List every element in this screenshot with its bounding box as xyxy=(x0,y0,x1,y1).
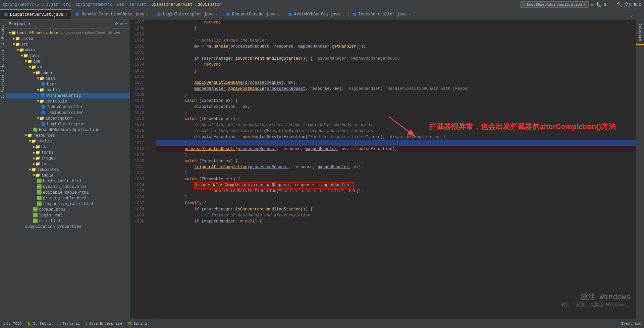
layout-button[interactable]: ⊞ xyxy=(634,2,636,7)
bottom-spring[interactable]: 🌿 Spring xyxy=(127,321,147,326)
tab-close[interactable]: ✕ xyxy=(342,12,344,16)
bottom-terminal[interactable]: ⬛ Terminal xyxy=(56,321,80,326)
settings-icon[interactable]: ⚙ xyxy=(120,21,123,26)
tree-item-resources[interactable]: ▼📁 resources xyxy=(6,133,130,138)
tab-close[interactable]: ✕ xyxy=(216,12,218,16)
code-line-1080: catch (Exception ex) { xyxy=(156,158,636,164)
tab-handlerexecutionchain[interactable]: 🔵 HandlerExecutionChain.java ✕ xyxy=(71,9,153,19)
tree-item-responsive-table[interactable]: 🟩 responsive_table.html xyxy=(6,201,130,207)
build-button[interactable]: 🔨 xyxy=(616,2,622,7)
tab-adminwebconfig[interactable]: 🔵 AdminWebConfig.java ✕ xyxy=(284,9,348,19)
tree-item-editable-table[interactable]: 🟩 editable_table.html xyxy=(6,190,130,195)
tree-item-tablecontroller[interactable]: 🔵 TableController xyxy=(6,110,130,116)
tree-item-css[interactable]: ▶📁 css xyxy=(6,144,130,150)
run-config[interactable]: ▶ Boot05WebAdminApplication ▾ xyxy=(520,1,589,8)
breadcrumb-dispatcher[interactable]: DispatcherServlet xyxy=(151,2,192,7)
tree-item-idea[interactable]: ▶📁 .idea xyxy=(6,36,130,42)
tab-dispatcherservlet[interactable]: 🔵 DispatcherServlet.java ✕ xyxy=(0,9,71,19)
settings-button[interactable]: ⚙ xyxy=(639,2,641,7)
tree-item-root[interactable]: ▼📁 boot-05-web-admin D:\Java\springBoot\… xyxy=(6,30,130,36)
breadcrumb-servlet[interactable]: servlet xyxy=(129,2,146,7)
tab-close[interactable]: ✕ xyxy=(65,13,67,17)
tab-requestfacade[interactable]: 🔵 RequestFacade.java ✕ xyxy=(222,9,284,19)
tree-item-config[interactable]: ▼📁 config xyxy=(6,87,130,93)
tree-item-user[interactable]: 🔵 User xyxy=(6,81,130,87)
tree-item-interceptor[interactable]: ▼📁 interceptor xyxy=(6,116,130,121)
tree-label-user: User xyxy=(47,82,57,87)
sidebar-dropdown[interactable]: ▾ xyxy=(28,21,31,26)
tree-item-dynamic-table[interactable]: 🟩 dynamic_table.html xyxy=(6,184,130,190)
tree-item-common[interactable]: 🟩 common.html xyxy=(6,207,130,212)
tree-item-com[interactable]: ▼📁 com xyxy=(6,59,130,64)
tree-label-adminwebconfig: AdminWebConfig xyxy=(47,93,81,98)
bottom-debug[interactable]: 🐛 5: Debug xyxy=(27,321,51,326)
tab-icon: 🔵 xyxy=(4,13,8,17)
tab-close[interactable]: ✕ xyxy=(147,12,149,16)
terminal-icon: ⬛ xyxy=(56,321,61,326)
run-button[interactable]: ▶ xyxy=(591,2,594,7)
tree-item-mainha[interactable]: 🟩 main.html xyxy=(6,218,130,224)
top-bar: spring-webmvc-5.3.2.jar › org › springfr… xyxy=(0,0,644,9)
tree-item-login[interactable]: 🟩 login.html xyxy=(6,212,130,218)
tree-item-application-properties[interactable]: ⚙ application.properties xyxy=(6,224,130,229)
stop-button[interactable]: ⬛ xyxy=(609,2,614,7)
breadcrumb-dodispatch[interactable]: doDispatch xyxy=(198,2,222,7)
code-line-1082: } xyxy=(156,170,636,176)
folder-icon: ▼📁 xyxy=(17,48,24,53)
tree-item-admin[interactable]: ▼📁 admin xyxy=(6,70,130,76)
folder-icon: ▼📁 xyxy=(21,53,28,58)
tree-item-pricing-table[interactable]: 🟩 pricing_table.html xyxy=(6,195,130,201)
sync-icon[interactable]: ⟳ xyxy=(115,21,118,26)
run-config-label: Boot05WebAdminApplication xyxy=(527,3,582,7)
code-line-1068: mappedHandler.applyPostHandle(processedR… xyxy=(156,86,636,92)
code-line-1071: dispatchException = ex; xyxy=(156,104,636,110)
tree-item-adminwebconfig[interactable]: 🔵 AdminWebConfig xyxy=(6,93,130,99)
tab-close[interactable]: ✕ xyxy=(278,12,280,16)
tree-item-java[interactable]: ▼📁 java xyxy=(6,53,130,59)
project-panel-label[interactable]: 1: Project xyxy=(0,19,5,46)
tree-item-fonts[interactable]: ▶📁 fonts xyxy=(6,150,130,155)
folder-icon: ▼📁 xyxy=(25,133,32,138)
run-config-dropdown[interactable]: ▾ xyxy=(583,2,586,7)
tree-item-controlle[interactable]: ▼📁 controlle xyxy=(6,99,130,104)
tree-item-bootapp[interactable]: 🟢 Boot05WebAdminApplication xyxy=(6,127,130,133)
html-icon: 🟩 xyxy=(33,207,38,212)
tab-indexcontroller[interactable]: 🔵 IndexController.java ✕ xyxy=(348,9,415,19)
tree-item-src[interactable]: ▼📁 src xyxy=(6,42,130,47)
breadcrumb-org[interactable]: org xyxy=(63,2,71,7)
breadcrumb-jar[interactable]: spring-webmvc-5.3.2.jar xyxy=(3,2,58,7)
collapse-icon[interactable]: — xyxy=(125,21,127,26)
folder-icon: ▼📁 xyxy=(25,59,32,64)
tree-item-xu[interactable]: ▼📁 xu xyxy=(6,64,130,70)
tree-item-templates[interactable]: ▼📁 templates xyxy=(6,167,130,173)
tree-label-common: common.html xyxy=(39,207,65,212)
database-label[interactable]: Database xyxy=(638,22,643,43)
tree-item-indexcontroller[interactable]: 🔵 IndexController xyxy=(6,104,130,110)
html-icon: 🟩 xyxy=(37,184,42,189)
code-editor[interactable]: return; } // Actually invoke the handler… xyxy=(153,19,636,319)
sidebar-title: Project xyxy=(9,22,25,26)
bottom-java-enterprise[interactable]: ☕ Java Enterprise xyxy=(85,321,122,326)
tab-logininterceptor[interactable]: 🔵 LoginInterceptor.java ✕ xyxy=(153,9,222,19)
tree-item-table[interactable]: ▼📁 table xyxy=(6,173,130,178)
folder-icon: ▶📁 xyxy=(33,150,40,155)
coverage-button[interactable]: ⚙ xyxy=(604,2,606,7)
structure-panel-label[interactable]: Z-Structure xyxy=(0,46,5,73)
tree-item-bean[interactable]: ▼📁 bean xyxy=(6,76,130,81)
tree-item-main[interactable]: ▼📁 main xyxy=(6,47,130,53)
breakpoint-dot: ● xyxy=(147,146,149,151)
debug-button[interactable]: 🐛 xyxy=(596,2,602,7)
translate-icon[interactable]: 文A xyxy=(624,2,632,8)
breadcrumb-springframework[interactable]: springframework xyxy=(76,2,112,7)
favorites-panel-label[interactable]: 2: Favorites xyxy=(0,73,5,100)
tree-item-static[interactable]: ▼📁 static xyxy=(6,138,130,144)
code-line-1057: return; xyxy=(156,19,636,25)
tree-item-basic-table[interactable]: 🟩 basic_table.html xyxy=(6,178,130,184)
bottom-todo[interactable]: ☑ 6: TODO xyxy=(3,321,22,326)
tab-close[interactable]: ✕ xyxy=(409,12,411,16)
tree-item-images[interactable]: ▶📁 images xyxy=(6,155,130,161)
tree-item-js[interactable]: ▶📁 js xyxy=(6,161,130,167)
tree-item-logininterceptor[interactable]: 🔵 LoginInterceptor xyxy=(6,121,130,127)
event-log[interactable]: Event Log xyxy=(622,322,641,326)
breadcrumb-web[interactable]: web xyxy=(117,2,124,7)
